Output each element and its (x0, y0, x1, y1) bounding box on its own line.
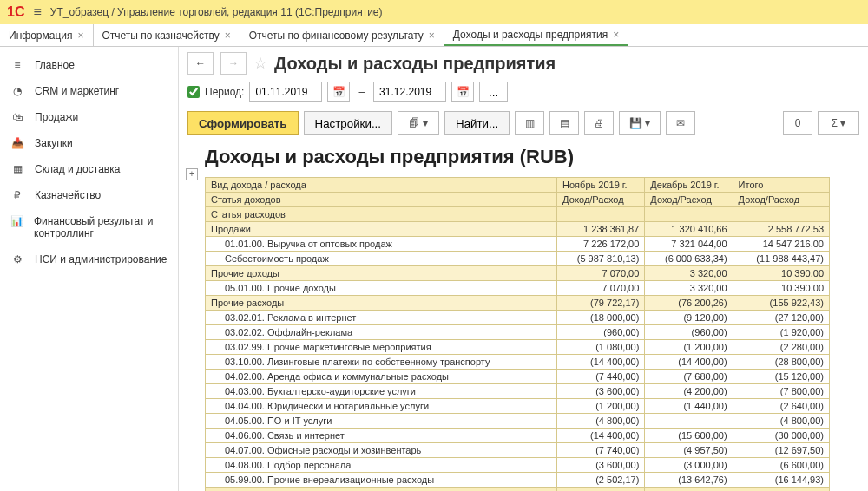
tab-0[interactable]: Информация× (0, 24, 94, 46)
period-select-button[interactable]: ... (479, 82, 508, 102)
table-row[interactable]: 04.07.00. Офисные расходы и хозинвентарь… (206, 443, 830, 458)
row-v2: (1 440,00) (645, 399, 733, 414)
main-area: ← → ☆ Доходы и расходы предприятия Перио… (179, 47, 868, 491)
table-row[interactable]: 05.01.00. Прочие доходы7 070,003 320,001… (206, 281, 830, 296)
columns-icon-button[interactable]: ▥ (515, 111, 544, 135)
sidebar-item-7[interactable]: ⚙НСИ и администрирование (0, 246, 178, 272)
row-name: 03.02.01. Реклама в интернет (206, 311, 557, 325)
find-button[interactable]: Найти... (444, 111, 510, 135)
table-row[interactable]: Прочие доходы7 070,003 320,0010 390,00 (206, 266, 830, 281)
th-nov-sub: Доход/Расход (557, 193, 645, 207)
sidebar-item-1[interactable]: ◔CRM и маркетинг (0, 78, 178, 104)
mail-icon-button[interactable]: ✉ (666, 111, 695, 135)
table-row[interactable]: 03.10.00. Лизинговые платежи по собствен… (206, 355, 830, 370)
sidebar-icon: ◔ (10, 85, 24, 97)
row-v3: (2 640,00) (733, 399, 829, 414)
table-row[interactable]: Продажи1 238 361,871 320 410,662 558 772… (206, 222, 830, 237)
tab-bar: Информация×Отчеты по казначейству×Отчеты… (0, 24, 868, 47)
sidebar-icon: 📥 (10, 137, 24, 149)
row-v1: (7 740,00) (557, 443, 645, 458)
period-from-input[interactable] (249, 82, 322, 102)
row-name: Прочие доходы (206, 266, 557, 281)
table-row[interactable]: 01.01.00. Выручка от оптовых продаж7 226… (206, 237, 830, 252)
table-row[interactable]: Прочие расходы(79 722,17)(76 200,26)(155… (206, 296, 830, 311)
sidebar-item-label: CRM и маркетинг (35, 85, 119, 97)
table-row[interactable]: Себестоимость продаж(5 987 810,13)(6 000… (206, 252, 830, 266)
settings-button[interactable]: Настройки... (304, 111, 392, 135)
sidebar-icon: ⚙ (10, 253, 24, 265)
hierarchy-icon-button[interactable]: ▤ (549, 111, 579, 135)
favorite-star-icon[interactable]: ☆ (253, 54, 267, 73)
zero-icon-button[interactable]: 0 (783, 111, 812, 135)
copy-dropdown-button[interactable]: 🗐 ▾ (398, 111, 439, 135)
table-row[interactable]: 04.04.00. Юридически и нотариальные услу… (206, 399, 830, 414)
row-v1: 7 070,00 (557, 266, 645, 281)
table-row[interactable]: 04.02.00. Аренда офиса и коммунальные ра… (206, 370, 830, 384)
row-name: 04.08.00. Подбор персонала (206, 458, 557, 473)
table-row[interactable]: 04.03.00. Бухгалтерско-аудиторские услуг… (206, 384, 830, 399)
sidebar-item-2[interactable]: 🛍Продажи (0, 104, 178, 130)
row-v2: (4 957,50) (645, 443, 733, 458)
form-button[interactable]: Сформировать (187, 111, 299, 135)
row-v1: (18 000,00) (557, 311, 645, 325)
table-row[interactable]: 04.08.00. Подбор персонала(3 600,00)(3 0… (206, 458, 830, 473)
sidebar-item-3[interactable]: 📥Закупки (0, 130, 178, 156)
row-v1: (960,00) (557, 325, 645, 340)
row-v3: (11 988 443,47) (733, 252, 829, 266)
row-name: 04.05.00. ПО и IT-услуги (206, 414, 557, 429)
tab-close-icon[interactable]: × (613, 29, 619, 41)
tab-close-icon[interactable]: × (77, 29, 83, 42)
nav-back-button[interactable]: ← (187, 52, 214, 75)
burger-icon[interactable]: ≡ (33, 4, 41, 20)
period-to-input[interactable] (373, 82, 446, 102)
tab-2[interactable]: Отчеты по финансовому результату× (240, 24, 444, 46)
table-row[interactable]: 04.05.00. ПО и IT-услуги(4 800,00)(4 800… (206, 414, 830, 429)
sidebar-icon: 📊 (10, 215, 23, 227)
row-name: 01.01.00. Выручка от оптовых продаж (206, 237, 557, 252)
row-v2: 3 320,00 (645, 266, 733, 281)
period-from-calendar-icon[interactable]: 📅 (327, 82, 350, 102)
row-v2: (3 000,00) (645, 458, 733, 473)
row-name: 04.06.00. Связь и интернет (206, 429, 557, 443)
row-name: 04.07.00. Офисные расходы и хозинвентарь (206, 443, 557, 458)
row-name: 04.03.00. Бухгалтерско-аудиторские услуг… (206, 384, 557, 399)
table-row[interactable]: 03.02.99. Прочие маркетинговые мероприят… (206, 340, 830, 355)
row-name: Себестоимость продаж (206, 252, 557, 266)
sidebar-item-0[interactable]: ≡Главное (0, 52, 178, 78)
sidebar-item-label: Финансовый результат и контроллинг (34, 215, 168, 239)
period-to-calendar-icon[interactable]: 📅 (451, 82, 474, 102)
row-v2: (1 200,00) (645, 340, 733, 355)
nav-forward-button[interactable]: → (220, 52, 247, 75)
row-v1: (5 987 810,13) (557, 252, 645, 266)
row-v3: (28 800,00) (733, 355, 829, 370)
table-row[interactable]: 03.02.01. Реклама в интернет(18 000,00)(… (206, 311, 830, 325)
table-row[interactable]: 05.99.00. Прочие внереализационные расхо… (206, 473, 830, 488)
tab-label: Доходы и расходы предприятия (453, 29, 608, 41)
tab-close-icon[interactable]: × (225, 29, 231, 42)
tab-3[interactable]: Доходы и расходы предприятия× (444, 24, 628, 46)
table-row[interactable]: 04.06.00. Связь и интернет(14 400,00)(15… (206, 429, 830, 443)
tab-1[interactable]: Отчеты по казначейству× (94, 24, 240, 46)
row-v2 (645, 414, 733, 429)
tab-label: Отчеты по казначейству (102, 29, 220, 42)
table-row[interactable]: 03.02.02. Оффлайн-реклама(960,00)(960,00… (206, 325, 830, 340)
sidebar-item-5[interactable]: ₽Казначейство (0, 182, 178, 208)
th-income-art: Статья доходов (206, 193, 557, 207)
row-v2: (7 680,00) (645, 370, 733, 384)
report-table: Вид дохода / расхода Ноябрь 2019 г. Дека… (205, 177, 830, 491)
row-v3: (1 920,00) (733, 325, 829, 340)
row-v1: (1 080,00) (557, 340, 645, 355)
th-total-sub: Доход/Расход (733, 193, 829, 207)
sidebar-item-6[interactable]: 📊Финансовый результат и контроллинг (0, 208, 178, 246)
row-v3: 2 558 772,53 (733, 222, 829, 237)
sidebar-item-4[interactable]: ▦Склад и доставка (0, 156, 178, 182)
period-checkbox[interactable] (187, 86, 200, 98)
tab-close-icon[interactable]: × (429, 29, 435, 42)
expand-all-icon[interactable]: + (186, 168, 198, 180)
sigma-dropdown-button[interactable]: Σ ▾ (818, 111, 859, 135)
print-icon-button[interactable]: 🖨 (584, 111, 614, 135)
row-v2: 3 320,00 (645, 281, 733, 296)
row-name: 04.04.00. Юридически и нотариальные услу… (206, 399, 557, 414)
row-name: Продажи (206, 222, 557, 237)
save-dropdown-button[interactable]: 💾 ▾ (619, 111, 661, 135)
